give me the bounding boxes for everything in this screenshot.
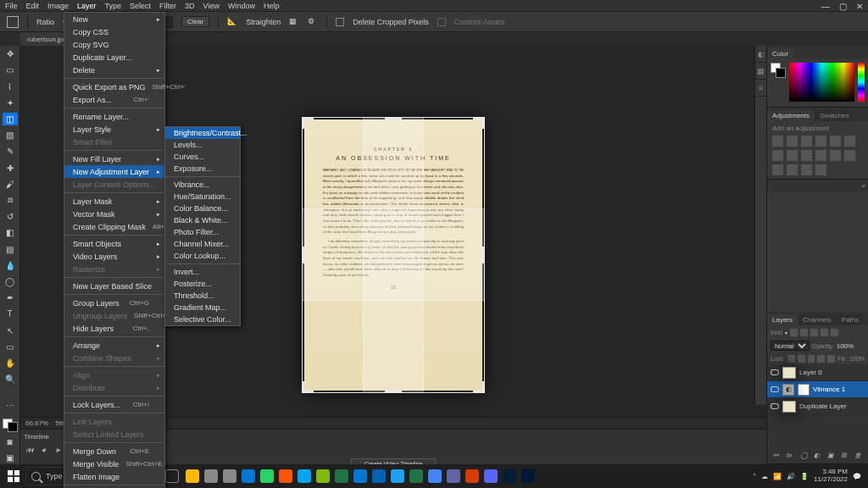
blur-tool[interactable]: 💧 <box>3 259 18 272</box>
link-icon[interactable]: ⚯ <box>773 452 782 460</box>
menu-item[interactable]: Copy SVG <box>64 38 164 51</box>
adj-icon[interactable] <box>801 150 812 161</box>
submenu-item[interactable]: Channel Mixer... <box>165 238 240 250</box>
crop-handle-tl[interactable] <box>302 117 314 129</box>
gradient-tool[interactable]: ▤ <box>3 242 18 255</box>
submenu-item[interactable]: Photo Filter... <box>165 226 240 238</box>
submenu-item[interactable]: Exposure... <box>165 163 240 175</box>
content-aware-checkbox[interactable] <box>437 18 446 26</box>
menu-item[interactable]: Video Layers▸ <box>64 250 164 263</box>
move-tool[interactable]: ✥ <box>3 47 18 60</box>
adj-icon[interactable] <box>830 136 841 147</box>
blend-mode-select[interactable]: Normal <box>771 341 810 351</box>
volume-icon[interactable]: 🔊 <box>787 473 795 480</box>
menu-3d[interactable]: 3D <box>185 2 195 10</box>
channels-tab[interactable]: Channels <box>798 314 837 325</box>
trash-icon[interactable]: 🗑 <box>854 452 863 460</box>
shape-tool[interactable]: ▭ <box>3 341 18 353</box>
collapsed-panels[interactable]: ◐▦≡ <box>754 46 766 405</box>
lock-icon[interactable] <box>808 355 815 363</box>
hue-slider[interactable] <box>858 63 865 102</box>
task-view-icon[interactable] <box>163 467 181 485</box>
menu-item[interactable]: Rename Layer... <box>64 110 164 123</box>
layer-thumb[interactable] <box>782 367 796 379</box>
zoom-tool[interactable]: 🔍 <box>3 373 18 385</box>
marquee-tool[interactable]: ▭ <box>3 64 18 76</box>
layer-row[interactable]: Layer 0 <box>767 364 868 381</box>
menu-view[interactable]: View <box>203 2 220 10</box>
new-layer-icon[interactable]: ⊞ <box>841 452 849 460</box>
menu-item[interactable]: New Layer Based Slice <box>64 280 164 292</box>
taskbar-app-icon[interactable] <box>239 467 258 485</box>
taskbar-app-icon[interactable] <box>276 467 295 485</box>
layers-tab[interactable]: Layers <box>767 314 798 325</box>
taskbar-app-icon[interactable] <box>388 467 407 485</box>
menu-file[interactable]: File <box>5 2 18 10</box>
submenu-item[interactable]: Color Lookup... <box>165 250 240 262</box>
visibility-icon[interactable] <box>771 369 779 377</box>
battery-icon[interactable]: 🔋 <box>800 473 809 480</box>
filter-icon[interactable] <box>810 329 818 336</box>
notifications-icon[interactable]: 💬 <box>853 473 861 480</box>
menu-item[interactable]: Arrange▸ <box>64 339 164 352</box>
swatches-tab[interactable]: Swatches <box>815 110 854 121</box>
layer-thumb[interactable] <box>782 401 796 413</box>
taskbar-app-icon[interactable] <box>202 467 220 485</box>
menu-edit[interactable]: Edit <box>26 2 40 10</box>
menu-item[interactable]: Group LayersCtrl+G <box>64 297 164 309</box>
straighten-icon[interactable]: 📐 <box>227 17 237 27</box>
menu-type[interactable]: Type <box>105 2 122 10</box>
adj-icon[interactable] <box>844 150 855 161</box>
submenu-item[interactable]: Selective Color... <box>165 313 240 325</box>
dodge-tool[interactable]: ◯ <box>3 275 18 288</box>
crop-tool-icon[interactable] <box>7 16 19 28</box>
menubar[interactable]: FileEditImageLayerTypeSelectFilter3DView… <box>0 0 868 12</box>
menu-item[interactable]: Vector Mask▸ <box>64 208 164 220</box>
menu-item[interactable]: Create Clipping MaskAlt+Ctrl+G <box>64 220 164 233</box>
brush-tool[interactable]: 🖌 <box>3 178 18 191</box>
menu-item[interactable]: New Fill Layer▸ <box>64 152 164 165</box>
menu-window[interactable]: Window <box>228 2 255 10</box>
menu-layer[interactable]: Layer <box>77 2 97 10</box>
type-tool[interactable]: T <box>3 308 18 320</box>
overlay-icon[interactable]: ▦ <box>289 17 299 27</box>
menu-item[interactable]: Copy CSS <box>64 25 164 38</box>
layer-row[interactable]: ◐Vibrance 1 <box>767 381 868 398</box>
menu-item[interactable]: Merge VisibleShift+Ctrl+E <box>64 458 164 470</box>
submenu-item[interactable]: Color Balance... <box>165 202 240 214</box>
stamp-tool[interactable]: ⧈ <box>3 194 18 207</box>
eyedropper-tool[interactable]: ✎ <box>3 145 18 158</box>
menu-item[interactable]: New▸ <box>64 13 164 25</box>
mask-icon[interactable]: ◯ <box>800 452 809 460</box>
adj-icon[interactable] <box>772 136 783 147</box>
crop-handle-l[interactable] <box>302 247 307 263</box>
menu-item[interactable]: Export As...Ctrl+' <box>64 93 164 106</box>
zoom-readout[interactable]: 66.67% <box>25 419 48 427</box>
menu-item[interactable]: New Adjustment Layer▸ <box>64 165 164 178</box>
adj-icon[interactable] <box>844 136 855 147</box>
menu-item[interactable]: Quick Export as PNGShift+Ctrl+' <box>64 80 164 93</box>
submenu-item[interactable]: Brightness/Contrast... <box>165 127 240 139</box>
group-icon[interactable]: ▣ <box>827 452 836 460</box>
frame-tool[interactable]: ▧ <box>3 129 18 141</box>
taskbar-app-icon[interactable] <box>183 467 202 485</box>
filter-icon[interactable] <box>800 329 808 336</box>
taskbar-app-icon[interactable] <box>500 467 519 485</box>
color-swatch[interactable] <box>771 63 786 78</box>
mask-thumb[interactable] <box>798 384 810 396</box>
lock-icon[interactable] <box>827 355 835 363</box>
submenu-item[interactable]: Gradient Map... <box>165 302 240 313</box>
taskbar-app-icon[interactable] <box>295 467 314 485</box>
taskbar-app-icon[interactable] <box>407 467 426 485</box>
adj-icon[interactable] <box>815 164 826 175</box>
submenu-item[interactable]: Levels... <box>165 139 240 151</box>
taskbar-app-icon[interactable] <box>426 467 444 485</box>
taskbar-app-icon[interactable] <box>370 467 388 485</box>
opacity-value[interactable]: 100% <box>837 342 860 350</box>
color-spectrum[interactable] <box>789 63 854 102</box>
lasso-tool[interactable]: ⌇ <box>3 80 18 92</box>
menu-item[interactable]: Layer Mask▸ <box>64 195 164 208</box>
maximize-button[interactable]: ▢ <box>834 0 851 12</box>
path-tool[interactable]: ↖ <box>3 324 18 336</box>
fill-value[interactable]: 100% <box>849 356 865 362</box>
